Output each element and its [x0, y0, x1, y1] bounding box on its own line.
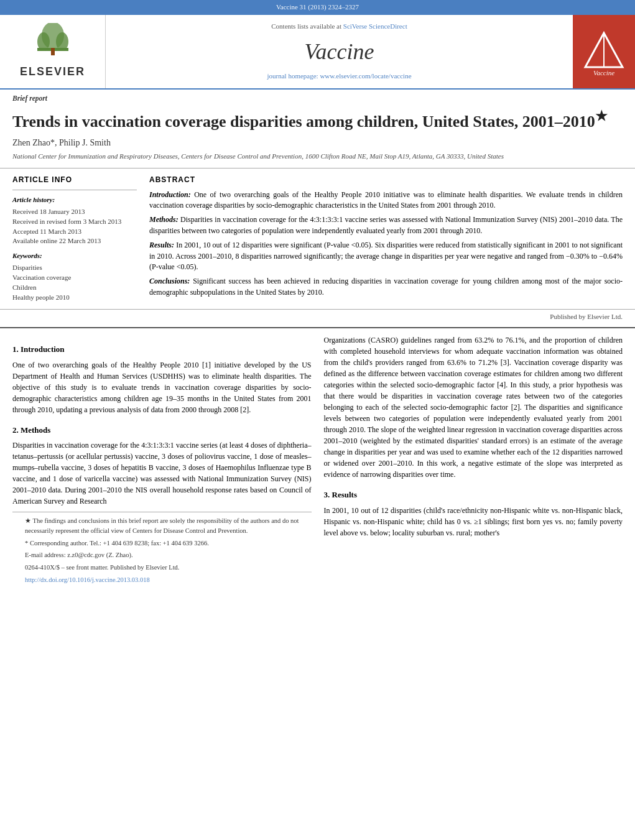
article-info-heading: ARTICLE INFO: [12, 175, 137, 185]
abstract-methods: Methods: Disparities in vaccination cove…: [149, 215, 623, 236]
keyword-3: Children: [12, 283, 137, 293]
section1-heading: 1. Introduction: [12, 343, 312, 356]
body-right-column: Organizations (CASRO) guidelines ranged …: [324, 335, 623, 591]
article-info-column: ARTICLE INFO Article history: Received 1…: [12, 175, 137, 303]
journal-title-section: Contents lists available at SciVerse Sci…: [106, 15, 573, 88]
footnote-4: 0264-410X/$ – see front matter. Publishe…: [25, 563, 299, 573]
date-revised: Received in revised form 3 March 2013: [12, 217, 137, 227]
conclusions-label: Conclusions:: [149, 277, 190, 285]
abstract-heading: ABSTRACT: [149, 175, 623, 185]
elsevier-brand-text: ELSEVIER: [20, 63, 85, 80]
footnote-doi: http://dx.doi.org/10.1016/j.vaccine.2013…: [25, 575, 299, 585]
date-received: Received 18 January 2013: [12, 207, 137, 217]
top-citation-bar: Vaccine 31 (2013) 2324–2327: [0, 0, 635, 15]
article-title: Trends in vaccination coverage dispariti…: [0, 105, 635, 136]
journal-homepage-link[interactable]: journal homepage: www.elsevier.com/locat…: [267, 72, 411, 81]
intro-label: Introduction:: [149, 190, 191, 199]
svg-point-3: [56, 32, 68, 51]
vaccine-logo-box: Vaccine: [573, 15, 635, 88]
history-label: Article history:: [12, 195, 137, 205]
article-affiliation: National Center for Immunization and Res…: [0, 150, 635, 168]
right-col-para1: Organizations (CASRO) guidelines ranged …: [324, 335, 623, 480]
section3-para1: In 2001, 10 out of 12 disparities (child…: [324, 505, 623, 538]
abstract-conclusions: Conclusions: Significant success has bee…: [149, 276, 623, 298]
abstract-introduction: Introduction: One of two overarching goa…: [149, 190, 623, 211]
elsevier-logo-section: ELSEVIER: [0, 15, 106, 88]
divider: [12, 190, 137, 190]
keyword-2: Vaccination coverage: [12, 273, 137, 283]
article-info-abstract-section: ARTICLE INFO Article history: Received 1…: [0, 168, 635, 310]
svg-rect-4: [51, 48, 55, 55]
vaccine-logo-icon: Vaccine: [579, 27, 629, 76]
article-type-label: Brief report: [0, 90, 635, 105]
section2-para1: Disparities in vaccination coverage for …: [12, 440, 312, 507]
body-content: 1. Introduction One of two overarching g…: [0, 328, 635, 598]
journal-name: Vaccine: [305, 35, 374, 68]
keyword-4: Healthy people 2010: [12, 293, 137, 303]
body-left-column: 1. Introduction One of two overarching g…: [12, 335, 312, 591]
footnote-3: E-mail address: z.z0@cdc.gov (Z. Zhao).: [25, 550, 299, 560]
keyword-1: Disparities: [12, 263, 137, 273]
section2-heading: 2. Methods: [12, 424, 312, 436]
abstract-column: ABSTRACT Introduction: One of two overar…: [149, 175, 623, 303]
methods-label: Methods:: [149, 215, 178, 224]
footnote-1: ★ The findings and conclusions in this b…: [25, 516, 299, 536]
results-label: Results:: [149, 241, 174, 249]
keywords-label: Keywords:: [12, 251, 137, 261]
section1-para1: One of two overarching goals of the Heal…: [12, 359, 312, 415]
title-star: ★: [595, 109, 608, 124]
footnote-2: * Corresponding author. Tel.: +1 404 639…: [25, 538, 299, 548]
sciverse-line: Contents lists available at SciVerse Sci…: [271, 22, 407, 32]
article-authors: Zhen Zhao*, Philip J. Smith: [0, 136, 635, 150]
footnotes-section: ★ The findings and conclusions in this b…: [12, 512, 312, 591]
abstract-results: Results: In 2001, 10 out of 12 dispariti…: [149, 240, 623, 272]
doi-link[interactable]: http://dx.doi.org/10.1016/j.vaccine.2013…: [25, 576, 150, 583]
date-online: Available online 22 March 2013: [12, 236, 137, 246]
sciverse-link[interactable]: SciVerse ScienceDirect: [343, 22, 407, 30]
section3-heading: 3. Results: [324, 489, 623, 501]
citation-text: Vaccine 31 (2013) 2324–2327: [276, 3, 359, 11]
svg-point-2: [37, 32, 50, 51]
journal-header: ELSEVIER Contents lists available at Sci…: [0, 15, 635, 90]
published-by-line: Published by Elsevier Ltd.: [0, 310, 635, 328]
elsevier-tree-icon: [34, 23, 72, 60]
date-accepted: Accepted 11 March 2013: [12, 227, 137, 237]
svg-text:Vaccine: Vaccine: [593, 69, 614, 76]
